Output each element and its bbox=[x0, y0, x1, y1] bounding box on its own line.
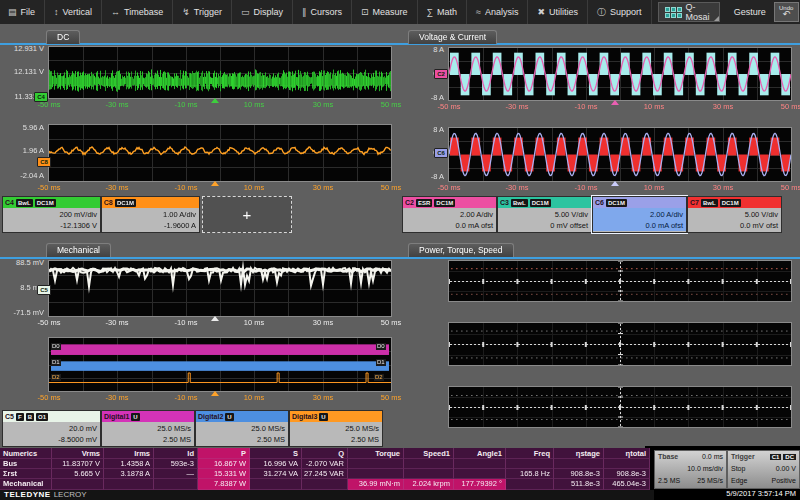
mech-digital-graph[interactable] bbox=[48, 337, 392, 392]
channel-name: C7 bbox=[690, 199, 699, 206]
mech-analog-graph[interactable] bbox=[48, 260, 392, 317]
x-axis-label: 50 ms bbox=[374, 393, 408, 402]
x-axis-label: -10 ms bbox=[169, 393, 203, 402]
channel-marker-c4[interactable]: C4 bbox=[34, 92, 48, 102]
menu-timebase[interactable]: ↔Timebase bbox=[102, 0, 173, 24]
coupling-badge: DC1M bbox=[434, 199, 455, 207]
channel-descriptor-c2[interactable]: C2ESRDC1M 2.00 A/div0.0 mA ofst bbox=[402, 196, 497, 233]
numerics-header: Q bbox=[302, 448, 348, 459]
menu-file[interactable]: ▤File bbox=[0, 0, 45, 24]
trigger-position-marker[interactable] bbox=[211, 316, 219, 321]
timebase-summary-box[interactable]: Tbase0.0 ms 10.0 ms/div 2.5 MS25 MS/s bbox=[654, 450, 727, 489]
utilities-icon: ✖ bbox=[537, 7, 545, 17]
menu-analysis[interactable]: ≈Analysis bbox=[467, 0, 528, 24]
numerics-cell bbox=[348, 459, 404, 469]
menu-label: File bbox=[21, 7, 36, 17]
vc-current-graph[interactable] bbox=[448, 47, 792, 101]
dc-current-graph[interactable] bbox=[48, 124, 392, 182]
coupling-badge: DC1M bbox=[720, 199, 741, 207]
timebase-icon: ↔ bbox=[111, 7, 120, 17]
menu-display[interactable]: ▭Display bbox=[232, 0, 293, 24]
numerics-cell bbox=[604, 459, 650, 469]
gesture-button[interactable]: Gesture bbox=[726, 7, 774, 17]
channel-descriptor-c3[interactable]: C3BwLDC1M 5.00 V/div0 mV offset bbox=[497, 196, 592, 233]
trigger-position-marker[interactable] bbox=[611, 100, 619, 105]
menu-cursors[interactable]: ∥Cursors bbox=[293, 0, 352, 24]
numerics-cell: 7.8387 W bbox=[198, 479, 250, 490]
menu-label: Vertical bbox=[63, 7, 93, 17]
menu-utilities[interactable]: ✖Utilities bbox=[528, 0, 588, 24]
menu-measure[interactable]: ⊡Measure bbox=[352, 0, 418, 24]
x-axis-label: -10 ms bbox=[169, 183, 203, 192]
sample-rate: 25.0 MS/s bbox=[196, 423, 285, 434]
coupling-badge: DC1M bbox=[35, 199, 56, 207]
channel-descriptor-c8[interactable]: C8DC1M 1.00 A/div-1.9600 A bbox=[101, 196, 200, 233]
trigger-summary-box[interactable]: TriggerC1DC Stop0.00 V EdgePositive bbox=[727, 450, 800, 489]
trigger-position-marker[interactable] bbox=[611, 181, 619, 186]
x-axis-label: -50 ms bbox=[32, 393, 66, 402]
tab-dc[interactable]: DC bbox=[46, 30, 80, 44]
numerics-cell: — bbox=[154, 469, 198, 479]
numerics-header: Numerics bbox=[0, 448, 52, 459]
numerics-header: Id bbox=[154, 448, 198, 459]
undo-button[interactable]: Undo ↶ bbox=[774, 2, 799, 22]
bandwidth-limit-badge: BwL bbox=[701, 199, 718, 207]
pts-graph-3[interactable] bbox=[448, 386, 792, 428]
y-axis-label: 12.131 V bbox=[0, 67, 44, 76]
numerics-cell bbox=[454, 469, 506, 479]
channel-descriptor-c5[interactable]: C5FBO1 20.0 mV-8.5000 mV bbox=[2, 410, 101, 447]
menu-math[interactable]: ∑Math bbox=[418, 0, 467, 24]
measure-icon: ⊡ bbox=[361, 7, 369, 17]
trigger-coupling-badge: DC bbox=[783, 454, 796, 460]
channel-descriptor-c4[interactable]: C4BwLDC1M 200 mV/div-12.1306 V bbox=[2, 196, 101, 233]
record-length: 2.50 MS bbox=[290, 434, 379, 445]
trigger-position-marker[interactable] bbox=[211, 391, 219, 396]
menu-support[interactable]: ⓘSupport bbox=[588, 0, 652, 24]
x-axis-label: 50 ms bbox=[374, 318, 408, 327]
dc-voltage-graph[interactable] bbox=[48, 46, 392, 99]
add-channel-button[interactable]: + bbox=[202, 196, 292, 233]
tab-voltage-current[interactable]: Voltage & Current bbox=[408, 30, 497, 44]
record-length: 2.50 MS bbox=[102, 434, 191, 445]
u-badge: U bbox=[131, 413, 139, 421]
channel-marker-c2[interactable]: C2 bbox=[434, 69, 448, 79]
x-axis-label: 30 ms bbox=[306, 318, 340, 327]
vc-voltage-graph[interactable] bbox=[448, 127, 792, 182]
u-badge: U bbox=[225, 413, 233, 421]
menu-trigger[interactable]: ↯Trigger bbox=[173, 0, 232, 24]
x-axis-label: 10 ms bbox=[637, 183, 671, 192]
channel-marker-c6[interactable]: C6 bbox=[434, 148, 448, 158]
numerics-header: P bbox=[198, 448, 250, 459]
pts-graph-1[interactable] bbox=[448, 260, 792, 302]
mosaic-grid-icon bbox=[665, 7, 682, 18]
tab-mechanical[interactable]: Mechanical bbox=[46, 243, 111, 257]
channel-descriptor-digital2[interactable]: Digital2U 25.0 MS/s2.50 MS bbox=[195, 410, 289, 447]
trigger-position-marker[interactable] bbox=[211, 98, 219, 103]
tab-dc-label: DC bbox=[57, 32, 69, 42]
x-axis-label: -10 ms bbox=[569, 183, 603, 192]
cursors-icon: ∥ bbox=[302, 7, 307, 17]
timebase-record-length: 2.5 MS bbox=[658, 475, 680, 487]
tab-power-torque-speed[interactable]: Power, Torque, Speed bbox=[408, 243, 514, 257]
menu-vertical[interactable]: ↕Vertical bbox=[45, 0, 102, 24]
trigger-label: Trigger bbox=[731, 451, 755, 463]
channel-descriptor-digital3[interactable]: Digital3U 25.0 MS/s2.50 MS bbox=[289, 410, 383, 447]
x-axis-label: -50 ms bbox=[32, 318, 66, 327]
undo-icon: ↶ bbox=[782, 10, 790, 19]
channel-descriptor-digital1[interactable]: Digital1U 25.0 MS/s2.50 MS bbox=[101, 410, 195, 447]
qmosai-button[interactable]: Q-Mosai bbox=[658, 2, 720, 22]
numerics-cell: 36.99 mN·m bbox=[348, 479, 404, 490]
offset-value: -8.5000 mV bbox=[3, 434, 97, 445]
numerics-cell bbox=[554, 459, 604, 469]
channel-marker-c5[interactable]: C5 bbox=[37, 285, 51, 295]
offset-value: -12.1306 V bbox=[3, 220, 97, 231]
channel-marker-c8[interactable]: C8 bbox=[37, 157, 51, 167]
pts-graph-2[interactable] bbox=[448, 322, 792, 366]
channel-descriptor-c6[interactable]: C6DC1M 2.00 A/div0.0 mA ofst bbox=[592, 196, 687, 233]
channel-descriptor-c7[interactable]: C7BwLDC1M 5.00 V/div0.0 mV ofst bbox=[687, 196, 782, 233]
offset-value: 0.0 mA ofst bbox=[403, 220, 493, 231]
numerics-cell bbox=[506, 459, 554, 469]
trigger-position-marker[interactable] bbox=[211, 181, 219, 186]
menu-label: Utilities bbox=[549, 7, 578, 17]
datetime-display: 5/9/2017 3:57:14 PM bbox=[650, 489, 796, 499]
